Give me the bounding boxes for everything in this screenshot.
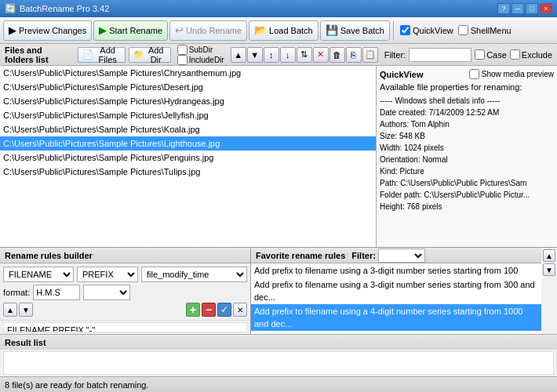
favorite-rule-item[interactable]: Add prefix to filename using a 4-digit n… [251,304,541,331]
move-rule-up[interactable]: ▲ [3,303,17,317]
quickview-title: QuickView [380,70,423,79]
paste-btn[interactable]: 📋 [362,47,378,63]
add-dir-button[interactable]: 📁 Add Dir [129,47,171,63]
start-label: Start Rename [109,26,162,35]
file-item[interactable]: C:\Users\Public\Pictures\Sample Pictures… [0,66,376,80]
includedir-label[interactable]: IncludeDir [177,55,224,65]
title-controls[interactable]: ? ─ □ × [497,3,552,14]
quickview-check[interactable]: QuickView [400,25,453,35]
format-input[interactable] [33,285,80,300]
quickview-panel: QuickView Show media preview Available f… [377,66,557,247]
quickview-info-line: Kind: Picture [380,165,554,177]
remove-rule-btn[interactable]: − [202,303,216,317]
title-left: 🔄 BatchRename Pro 3.42 [5,3,109,14]
rename-rules-header: Rename rules builder [0,248,250,263]
close-btn[interactable]: × [540,3,552,14]
quickview-label: QuickView [413,26,453,35]
exclude-label[interactable]: Exclude [510,49,552,60]
clear-rule-btn[interactable]: ✕ [233,303,247,317]
quickview-info-line: Size: 548 KB [380,130,554,142]
copy-btn[interactable]: ⎘ [346,47,362,63]
remove-btn[interactable]: ✕ [313,47,329,63]
maximize-btn[interactable]: □ [526,3,538,14]
includedir-checkbox[interactable] [177,55,187,65]
help-btn[interactable]: ? [497,3,510,14]
shellmenu-checkbox[interactable] [458,25,468,35]
files-header: Files and folders list 📄 Add Files 📁 Add… [0,44,557,66]
subdir-checkbox[interactable] [177,45,187,55]
show-media-label[interactable]: Show media preview [469,69,554,79]
file-item[interactable]: C:\Users\Public\Pictures\Sample Pictures… [0,94,376,108]
rename-rules-controls: FILENAME EXTENSION FULLNAME PREFIX SUFFI… [0,263,250,321]
undo-rename-button[interactable]: ↩ Undo Rename [169,20,247,41]
file-item[interactable]: C:\Users\Public\Pictures\Sample Pictures… [0,165,376,179]
files-list[interactable]: C:\Users\Public\Pictures\Sample Pictures… [0,66,377,247]
separator [393,21,394,40]
fav-filter-area: Filter: [351,249,425,263]
load-batch-button[interactable]: 📂 Load Batch [249,20,319,41]
case-label[interactable]: Case [475,49,507,60]
favorite-rule-item[interactable]: Add prefix to filename using a 3-digit n… [251,263,541,278]
quickview-header: QuickView Show media preview [380,69,554,79]
apply-rule-btn[interactable]: ✓ [217,303,231,317]
app-title: BatchRename Pro 3.42 [20,4,109,13]
undo-label: Undo Rename [186,26,242,35]
quickview-info-line: Date created: 7/14/2009 12:52 AM [380,107,554,118]
file-item[interactable]: C:\Users\Public\Pictures\Sample Pictures… [0,151,376,165]
quickview-info-line: Width: 1024 pixels [380,142,554,154]
rename-rules-panel: Rename rules builder FILENAME EXTENSION … [0,248,251,334]
save-label: Save Batch [340,26,384,35]
side-up-btn[interactable]: ▲ [543,249,555,262]
minimize-btn[interactable]: ─ [511,3,524,14]
clear-btn[interactable]: 🗑 [329,47,345,63]
status-bar: 8 file(s) are ready for batch renaming. [0,376,557,392]
favorite-rules-panel: Favorite rename rules Filter: Add prefix… [251,248,541,334]
filter-input[interactable] [409,48,471,62]
move-up-btn[interactable]: ▲ [231,47,246,63]
file-item[interactable]: C:\Users\Public\Pictures\Sample Pictures… [0,80,376,94]
subdir-label[interactable]: SubDir [177,45,224,55]
rules-dropdown-3[interactable]: file_modify_time file_create_time curren… [141,267,247,282]
quickview-info: ----- Windows shell detials info -----Da… [380,95,554,212]
favorite-rule-item[interactable]: Add prefix to filename using a 3-digit n… [251,278,541,304]
save-batch-button[interactable]: 💾 Save Batch [320,20,390,41]
format-select[interactable] [83,285,130,300]
move-down-btn[interactable]: ▼ [247,47,263,63]
rules-dropdown-2[interactable]: PREFIX SUFFIX REPLACE [77,267,138,282]
status-text: 8 file(s) are ready for batch renaming. [5,380,148,390]
quickview-checkbox[interactable] [400,25,410,35]
rules-dropdown-1[interactable]: FILENAME EXTENSION FULLNAME [3,267,74,282]
shuffle-btn[interactable]: ⇅ [297,47,312,63]
fav-filter-select[interactable] [378,249,425,263]
file-item[interactable]: C:\Users\Public\Pictures\Sample Pictures… [0,122,376,136]
add-files-button[interactable]: 📄 Add Files [78,47,126,63]
format-label: format: [3,288,30,297]
file-item[interactable]: C:\Users\Public\Pictures\Sample Pictures… [0,136,376,151]
add-rule-btn[interactable]: + [186,303,200,317]
undo-icon: ↩ [175,24,184,36]
exclude-checkbox[interactable] [510,49,520,60]
sort-az-btn[interactable]: ↕ [264,47,279,63]
rules-row-1: FILENAME EXTENSION FULLNAME PREFIX SUFFI… [3,267,247,282]
show-media-checkbox[interactable] [469,69,479,79]
middle-section: Rename rules builder FILENAME EXTENSION … [0,248,557,334]
preview-changes-button[interactable]: ▶ Preview Changes [3,20,92,41]
favorite-rules-list[interactable]: Add prefix to filename using a 3-digit n… [251,263,541,334]
top-section: Files and folders list 📄 Add Files 📁 Add… [0,44,557,248]
shellmenu-check[interactable]: ShellMenu [458,25,511,35]
start-rename-button[interactable]: ▶ Start Rename [93,20,168,41]
move-rule-down[interactable]: ▼ [19,303,33,317]
result-section-header: Result list [0,334,557,350]
rule-item[interactable]: FILENAME PREFIX "-" [4,323,246,332]
result-list[interactable] [3,351,554,375]
case-checkbox[interactable] [475,49,485,60]
fav-filter-label: Filter: [351,251,376,260]
files-section-title: Files and folders list [5,45,71,64]
quickview-info-line: Height: 768 pixels [380,201,554,212]
rename-rules-list[interactable]: FILENAME PREFIX "-"FILENAME PREFIX digit… [3,322,247,332]
sort-za-btn[interactable]: ↓ [280,47,296,63]
side-down-btn[interactable]: ▼ [543,263,555,276]
load-label: Load Batch [269,26,313,35]
file-item[interactable]: C:\Users\Public\Pictures\Sample Pictures… [0,108,376,122]
rules-row-2: format: [3,285,247,300]
